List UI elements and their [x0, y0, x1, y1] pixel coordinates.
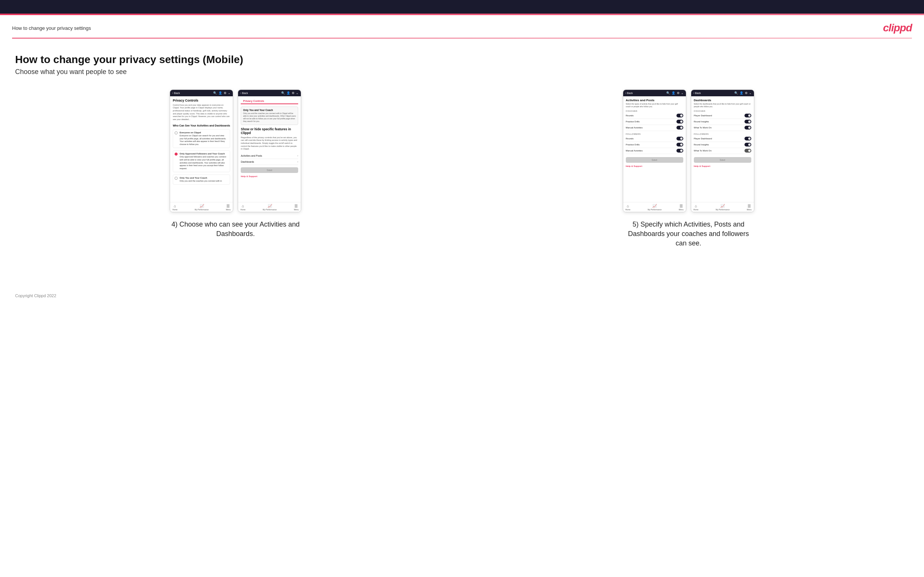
toggle-followers-player-dash: Player Dashboard: [694, 136, 751, 142]
toggle-label-followers-round-insights: Round Insights: [694, 143, 709, 146]
help-support-3: Help & Support: [626, 165, 683, 167]
toggle-coaches-round-insights: Round Insights: [694, 119, 751, 125]
toggle-coaches-round-insights-switch[interactable]: [745, 120, 751, 124]
nav-menu-label-1: Menu: [226, 208, 231, 211]
mockups-row: ‹ Back 🔍 👤 ⚙ ⌄ Privacy Controls Control …: [15, 90, 909, 248]
radio-text-approved: Only Approved Followers and Your Coach O…: [179, 152, 228, 170]
nav-perf-label-1: My Performance: [195, 208, 208, 211]
nav-home-1[interactable]: ⌂ Home: [172, 204, 177, 211]
toggle-coaches-drills-switch[interactable]: [677, 120, 683, 124]
phone-screen-1: ‹ Back 🔍 👤 ⚙ ⌄ Privacy Controls Control …: [170, 90, 233, 212]
info-box-title-2: Only You and Your Coach: [243, 109, 296, 111]
toggle-coaches-player-dash: Player Dashboard: [694, 113, 751, 119]
privacy-controls-desc: Control how you and your data appears to…: [173, 104, 230, 121]
mockup-pair-2: ‹ Back 🔍 👤 ⚙ ⌄ Activities and Posts Sele…: [623, 90, 754, 212]
save-btn-2[interactable]: Save: [241, 167, 298, 173]
phone-body-2: Privacy Controls Only You and Your Coach…: [238, 96, 301, 202]
radio-circle-approved: [174, 153, 178, 156]
coaches-label-4: COACHES: [694, 110, 751, 112]
settings-icon-2[interactable]: ⚙: [292, 91, 294, 95]
toggle-coaches-rounds-switch[interactable]: [677, 114, 683, 118]
back-button-3[interactable]: ‹ Back: [625, 92, 633, 94]
menu-icon-4: ☰: [748, 204, 751, 208]
page-subtitle: Choose what you want people to see: [15, 68, 909, 76]
nav-home-4[interactable]: ⌂ Home: [693, 204, 698, 211]
menu-icon-3: ☰: [680, 204, 683, 208]
toggle-coaches-player-dash-switch[interactable]: [745, 114, 751, 118]
dashboards-desc: Select the dashboards that you'd like to…: [694, 103, 751, 108]
info-box-2: Only You and Your Coach Only you and the…: [241, 106, 298, 125]
toggle-followers-drills: Practice Drills: [626, 142, 683, 148]
page-header: How to change your privacy settings clip…: [0, 15, 924, 38]
menu-activities[interactable]: Activities and Posts ›: [241, 153, 298, 159]
nav-menu-1[interactable]: ☰ Menu: [226, 204, 231, 211]
toggle-coaches-what-work-switch[interactable]: [745, 126, 751, 129]
nav-home-3[interactable]: ⌂ Home: [625, 204, 630, 211]
search-icon-3[interactable]: 🔍: [666, 91, 670, 95]
search-icon-4[interactable]: 🔍: [734, 91, 738, 95]
nav-performance-3[interactable]: 📈 My Performance: [648, 204, 662, 211]
person-icon-1[interactable]: 👤: [218, 91, 222, 95]
person-icon-3[interactable]: 👤: [672, 91, 675, 95]
person-icon-4[interactable]: 👤: [740, 91, 743, 95]
menu-dashboards[interactable]: Dashboards ›: [241, 159, 298, 165]
nav-menu-3[interactable]: ☰ Menu: [679, 204, 684, 211]
save-btn-4[interactable]: Save: [694, 157, 751, 163]
nav-menu-4[interactable]: ☰ Menu: [747, 204, 752, 211]
phone-header-3: ‹ Back 🔍 👤 ⚙ ⌄: [623, 90, 686, 96]
nav-menu-label-2: Menu: [294, 208, 299, 211]
toggle-followers-rounds: Rounds: [626, 136, 683, 142]
nav-performance-1[interactable]: 📈 My Performance: [195, 204, 208, 211]
phone-screen-3: ‹ Back 🔍 👤 ⚙ ⌄ Activities and Posts Sele…: [623, 90, 686, 212]
toggle-followers-what-work-switch[interactable]: [745, 149, 751, 153]
chevron-activities: ›: [297, 154, 299, 158]
nav-performance-2[interactable]: 📈 My Performance: [263, 204, 277, 211]
menu-icon-1: ☰: [226, 204, 230, 208]
radio-desc-everyone: Everyone on Clippd can search for you an…: [179, 134, 226, 145]
chart-icon-2: 📈: [268, 204, 272, 208]
toggle-followers-player-dash-switch[interactable]: [745, 137, 751, 140]
header-icons-3: 🔍 👤 ⚙ ⌄: [666, 91, 684, 95]
nav-home-label-2: Home: [240, 208, 245, 211]
nav-menu-2[interactable]: ☰ Menu: [294, 204, 299, 211]
help-support-2: Help & Support: [241, 175, 298, 177]
toggle-followers-round-insights-switch[interactable]: [745, 143, 751, 147]
back-button-4[interactable]: ‹ Back: [693, 92, 701, 94]
toggle-label-followers-drills: Practice Drills: [626, 143, 640, 146]
nav-home-2[interactable]: ⌂ Home: [240, 204, 245, 211]
person-icon-2[interactable]: 👤: [286, 91, 290, 95]
menu-dashboards-label: Dashboards: [241, 161, 254, 163]
toggle-label-followers-rounds: Rounds: [626, 137, 634, 140]
save-btn-3[interactable]: Save: [626, 157, 683, 163]
mockup-pair-1: ‹ Back 🔍 👤 ⚙ ⌄ Privacy Controls Control …: [170, 90, 301, 212]
toggle-coaches-what-work: What To Work On: [694, 125, 751, 131]
toggle-coaches-manual-switch[interactable]: [677, 126, 683, 129]
followers-label-3: FOLLOWERS: [626, 133, 683, 135]
main-content: How to change your privacy settings (Mob…: [0, 39, 924, 286]
tab-privacy-controls[interactable]: Privacy Controls: [241, 98, 267, 104]
radio-option-approved[interactable]: Only Approved Followers and Your Coach O…: [173, 150, 230, 172]
nav-performance-4[interactable]: 📈 My Performance: [716, 204, 730, 211]
chart-icon-1: 📈: [200, 204, 204, 208]
toggle-followers-what-work: What To Work On: [694, 148, 751, 154]
back-button-1[interactable]: ‹ Back: [172, 92, 180, 94]
settings-icon-4[interactable]: ⚙: [745, 91, 748, 95]
radio-option-everyone[interactable]: Everyone on Clippd Everyone on Clippd ca…: [173, 129, 230, 148]
back-button-2[interactable]: ‹ Back: [240, 92, 248, 94]
home-icon-3: ⌂: [627, 204, 629, 208]
toggle-followers-rounds-switch[interactable]: [677, 137, 683, 140]
search-icon-1[interactable]: 🔍: [213, 91, 217, 95]
nav-home-label-4: Home: [693, 208, 698, 211]
show-hide-desc: Regardless of the privacy controls that …: [241, 136, 298, 151]
settings-icon-3[interactable]: ⚙: [677, 91, 680, 95]
toggle-followers-drills-switch[interactable]: [677, 143, 683, 147]
home-icon-2: ⌂: [242, 204, 244, 208]
phone-header-4: ‹ Back 🔍 👤 ⚙ ⌄: [691, 90, 754, 96]
nav-row-2: ⌂ Home 📈 My Performance ☰ Menu: [238, 202, 301, 212]
toggle-followers-manual-switch[interactable]: [677, 149, 683, 153]
radio-option-only-coach[interactable]: Only You and Your Coach Only you and the…: [173, 174, 230, 185]
nav-perf-label-4: My Performance: [716, 208, 730, 211]
chart-icon-3: 📈: [652, 204, 657, 208]
settings-icon-1[interactable]: ⚙: [224, 91, 226, 95]
search-icon-2[interactable]: 🔍: [281, 91, 285, 95]
